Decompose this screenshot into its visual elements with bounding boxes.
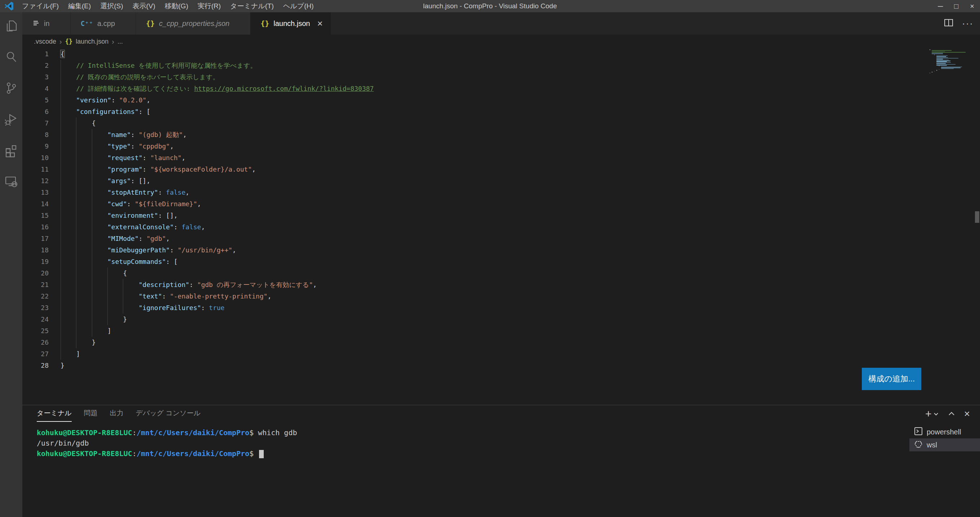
terminal-list-item-powershell[interactable]: powershell: [909, 425, 980, 439]
minimize-button[interactable]: ─: [932, 0, 948, 12]
terminal-list-item-wsl[interactable]: wsl: [909, 439, 980, 452]
code-line[interactable]: 16"externalConsole": false,: [22, 221, 980, 233]
line-number: 1: [22, 48, 49, 60]
menu-item[interactable]: ヘルプ(H): [278, 0, 318, 12]
maximize-button[interactable]: □: [948, 0, 964, 12]
tab-in[interactable]: in×: [22, 12, 70, 35]
tab-c_cpp_properties.json[interactable]: {}c_cpp_properties.json×: [136, 12, 250, 35]
code-line[interactable]: 18"miDebuggerPath": "/usr/bin/g++",: [22, 244, 980, 256]
code-line[interactable]: 6"configurations": [: [22, 106, 980, 118]
code-line[interactable]: 23"ignoreFailures": true: [22, 302, 980, 314]
powershell-icon: [914, 426, 923, 438]
indent-guide: [107, 302, 123, 314]
breadcrumb[interactable]: .vscode › {} launch.json › ...: [22, 35, 980, 48]
minimap[interactable]: [929, 49, 966, 73]
terminal-text: $: [249, 449, 258, 458]
code-line[interactable]: 11"program": "${workspaceFolder}/a.out",: [22, 164, 980, 175]
split-editor-icon[interactable]: [943, 17, 954, 30]
line-content: "stopAtEntry": false,: [49, 187, 189, 198]
panel-tab-問題[interactable]: 問題: [84, 405, 98, 422]
search-icon[interactable]: [3, 50, 19, 65]
minimap-line: [936, 59, 943, 59]
tab-label: launch.json: [274, 19, 310, 28]
code-line[interactable]: 27]: [22, 348, 980, 360]
code-token: :: [173, 223, 181, 231]
code-token: "program": [107, 166, 143, 173]
more-actions-icon[interactable]: ···: [962, 18, 974, 29]
code-line[interactable]: 8"name": "(gdb) 起動",: [22, 129, 980, 140]
minimap-line: [929, 73, 930, 73]
code-line[interactable]: 24}: [22, 314, 980, 325]
code-line[interactable]: 15"environment": [],: [22, 210, 980, 221]
code-line[interactable]: 5"version": "0.2.0",: [22, 94, 980, 106]
close-panel-icon[interactable]: ×: [961, 408, 973, 420]
panel-tab-デバッグ コンソール[interactable]: デバッグ コンソール: [136, 405, 201, 422]
file-lines-icon: [32, 20, 40, 27]
breadcrumb-more[interactable]: ...: [118, 38, 123, 45]
close-button[interactable]: ×: [964, 0, 980, 12]
code-line[interactable]: 13"stopAtEntry": false,: [22, 187, 980, 198]
main-area: in×C⁺⁺a.cpp×{}c_cpp_properties.json×{}la…: [0, 12, 980, 517]
new-terminal-icon[interactable]: +: [922, 408, 942, 420]
line-content: {: [49, 268, 127, 279]
indent-guide: [60, 83, 76, 94]
close-icon[interactable]: ×: [317, 19, 323, 28]
menu-item[interactable]: 移動(G): [160, 0, 193, 12]
menu-item[interactable]: ターミナル(T): [226, 0, 278, 12]
panel-tab-ターミナル[interactable]: ターミナル: [37, 405, 72, 422]
menu-item[interactable]: ファイル(F): [17, 0, 64, 12]
code-line[interactable]: 22"text": "-enable-pretty-printing",: [22, 290, 980, 302]
indent-guide: [60, 72, 76, 83]
terminal-output[interactable]: kohuku@DESKTOP-R8E8LUC:/mnt/c/Users/daik…: [22, 423, 909, 517]
remote-explorer-icon[interactable]: [3, 174, 19, 189]
scrollbar-thumb[interactable]: [975, 211, 979, 223]
menu-item[interactable]: 実行(R): [193, 0, 225, 12]
code-line[interactable]: 2// IntelliSense を使用して利用可能な属性を学べます。: [22, 60, 980, 72]
indent-guide: [92, 210, 107, 221]
line-content: ]: [49, 325, 111, 337]
panel-tab-出力[interactable]: 出力: [110, 405, 124, 422]
terminal-text: /mnt/c/Users/daiki/CompPro: [137, 428, 249, 437]
code-line[interactable]: 25]: [22, 325, 980, 337]
add-configuration-button[interactable]: 構成の追加...: [862, 368, 921, 390]
code-area: 1{2// IntelliSense を使用して利用可能な属性を学べます。3//…: [22, 48, 980, 405]
extensions-icon[interactable]: [3, 143, 19, 158]
line-content: // 詳細情報は次を確認してください: https://go.microsoft…: [49, 83, 374, 94]
editor-actions: ···: [943, 12, 980, 35]
code-line[interactable]: 7{: [22, 118, 980, 129]
indent-guide: [92, 325, 107, 337]
source-control-icon[interactable]: [3, 81, 19, 96]
code-token: }: [92, 338, 96, 346]
minimap-line: [941, 67, 961, 68]
code-line[interactable]: 1{: [22, 48, 980, 60]
line-content: "configurations": [: [49, 106, 150, 118]
terminal-list-label: wsl: [927, 441, 937, 449]
code-line[interactable]: 19"setupCommands": [: [22, 256, 980, 268]
code-line[interactable]: 4// 詳細情報は次を確認してください: https://go.microsof…: [22, 83, 980, 94]
breadcrumb-folder[interactable]: .vscode: [34, 38, 56, 45]
line-number: 3: [22, 72, 49, 83]
menu-item[interactable]: 表示(V): [128, 0, 160, 12]
run-and-debug-icon[interactable]: [3, 112, 19, 127]
code-line[interactable]: 3// 既存の属性の説明をホバーして表示します。: [22, 72, 980, 83]
code-line[interactable]: 10"request": "launch",: [22, 152, 980, 164]
maximize-panel-icon[interactable]: [945, 408, 958, 420]
indent-guide: [76, 175, 92, 187]
code-line[interactable]: 12"args": [],: [22, 175, 980, 187]
code-line[interactable]: 17"MIMode": "gdb",: [22, 233, 980, 244]
tab-launch.json[interactable]: {}launch.json×: [250, 12, 330, 35]
breadcrumb-file[interactable]: launch.json: [76, 38, 108, 45]
editor-column: in×C⁺⁺a.cpp×{}c_cpp_properties.json×{}la…: [22, 12, 980, 517]
code-line[interactable]: 26}: [22, 337, 980, 348]
code-token: {: [123, 269, 127, 277]
code-line[interactable]: 28}: [22, 360, 980, 371]
menu-item[interactable]: 選択(S): [95, 0, 127, 12]
code-line[interactable]: 21"description": "gdb の再フォーマットを有効にする",: [22, 279, 980, 290]
menu-item[interactable]: 編集(E): [64, 0, 95, 12]
code-line[interactable]: 9"type": "cppdbg",: [22, 140, 980, 152]
tab-a.cpp[interactable]: C⁺⁺a.cpp×: [71, 12, 135, 35]
indent-guide: [60, 140, 76, 152]
code-line[interactable]: 20{: [22, 268, 980, 279]
explorer-icon[interactable]: [3, 19, 19, 34]
code-line[interactable]: 14"cwd": "${fileDirname}",: [22, 198, 980, 210]
